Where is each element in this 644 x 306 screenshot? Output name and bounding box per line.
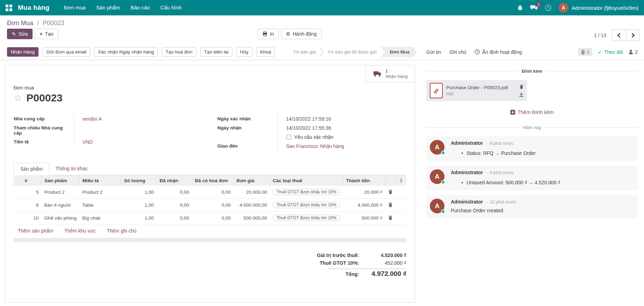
total-label: Tổng: xyxy=(345,271,359,277)
pager-next-button[interactable] xyxy=(626,29,640,41)
attachment-delete-icon[interactable] xyxy=(519,84,524,89)
online-status-dot xyxy=(441,209,445,214)
attachment-download-icon[interactable] xyxy=(519,92,524,97)
header-taxes[interactable]: Các loại thuế xyxy=(270,175,343,186)
ask-confirmation-checkbox[interactable] xyxy=(286,135,291,140)
notebook-tabs: Sản phẩm Thông tin khác xyxy=(14,163,406,175)
header-billed[interactable]: Đã có hoá đơn xyxy=(192,175,233,186)
app-name[interactable]: Mua hàng xyxy=(18,4,49,12)
delete-line-icon[interactable] xyxy=(388,189,393,194)
print-button[interactable]: In xyxy=(258,29,279,39)
add-section-link[interactable]: Thêm khu vực xyxy=(64,228,96,234)
confirm-receipt-date-button[interactable]: Xác nhận Ngày nhận hàng xyxy=(94,47,158,57)
vendor-link[interactable]: vendor A xyxy=(83,116,102,122)
table-row[interactable]: 8 Bàn 4 người Table 1,00 0,00 0,00 4.000… xyxy=(14,199,406,212)
breadcrumb-separator: / xyxy=(37,20,39,27)
attachment-type: PDF xyxy=(446,92,508,96)
followers-button[interactable]: 2 xyxy=(629,49,638,55)
action-button[interactable]: ⚙ Hành động xyxy=(281,29,322,39)
send-by-email-button[interactable]: Gửi Đơn qua email xyxy=(42,47,90,57)
message-body: Purchase Order created xyxy=(451,208,503,213)
chevron-right-icon xyxy=(320,48,323,57)
breadcrumb: Đơn Mua / P00023 xyxy=(0,15,644,29)
deliver-to-link[interactable]: San Francisco: Nhận hàng xyxy=(286,143,344,149)
message-time: - 12 phút trước xyxy=(487,200,516,205)
clock-icon xyxy=(475,49,480,55)
add-product-link[interactable]: Thêm sản phẩm xyxy=(18,228,53,234)
statusbar: Nhận Hàng Gửi Đơn qua email Xác nhận Ngà… xyxy=(0,44,644,60)
user-menu[interactable]: A Administrator (fj6nyue0vi9m) xyxy=(559,3,638,13)
header-seq[interactable]: # xyxy=(22,175,42,186)
edit-button[interactable]: ✎ Sửa xyxy=(7,29,33,39)
order-reference: P00023 xyxy=(26,92,62,104)
header-product[interactable]: Sản phẩm xyxy=(42,175,79,186)
schedule-activity-button[interactable]: Ấn định hoạt động xyxy=(475,49,522,55)
optional-columns-icon[interactable]: ⋮ xyxy=(399,178,404,183)
attachments-counter-button[interactable]: 1 xyxy=(578,48,592,56)
receipt-date-label: Ngày nhận xyxy=(217,123,278,133)
delete-line-icon[interactable] xyxy=(388,202,393,207)
favorite-star-icon[interactable]: ☆ xyxy=(14,93,22,102)
pager-previous-button[interactable] xyxy=(612,29,626,41)
add-note-link[interactable]: Thêm ghi chú xyxy=(107,228,136,234)
messages-icon[interactable]: 2 xyxy=(530,5,538,11)
tab-other-info[interactable]: Thông tin khác xyxy=(49,163,94,175)
deliver-to-label: Giao đến xyxy=(217,142,278,151)
header-quantity[interactable]: Số lượng xyxy=(121,175,157,186)
header-unit-price[interactable]: Đơn giá xyxy=(233,175,270,186)
status-step-rfq-sent[interactable]: Y/c báo giá đã được gửi xyxy=(323,47,381,57)
receive-products-button[interactable]: Nhận Hàng xyxy=(7,47,38,57)
pdf-file-icon xyxy=(430,83,443,98)
send-message-button[interactable]: Gửi tin xyxy=(426,49,441,55)
message-author: Administrator xyxy=(451,170,483,175)
gear-icon: ⚙ xyxy=(286,31,290,37)
right-field-group: Ngày xác nhận 14/10/2022 17:59:16 Ngày n… xyxy=(217,114,397,151)
lock-button[interactable]: Khoá xyxy=(256,47,275,57)
message-author: Administrator xyxy=(451,140,483,146)
header-description[interactable]: Miêu tả xyxy=(79,175,121,186)
table-row[interactable]: 10 Ghế văn phòng Big chair 1,00 0,00 0,0… xyxy=(14,212,406,225)
tax-tag: Thuế GTGT được khấu trừ 10% xyxy=(273,189,340,195)
truck-icon xyxy=(373,70,382,77)
create-bill-button[interactable]: Tạo hoá đơn xyxy=(162,47,196,57)
breadcrumb-current: P00023 xyxy=(43,20,64,27)
apps-menu-icon[interactable] xyxy=(6,5,12,11)
table-row[interactable]: 5 Product 2 Product 2 1,00 0,00 0,00 20.… xyxy=(14,186,406,199)
activities-clock-icon[interactable] xyxy=(545,5,552,11)
confirm-date-value[interactable]: 14/10/2022 17:59:16 xyxy=(286,116,331,122)
create-button[interactable]: + Tạo xyxy=(35,29,58,39)
receipt-date-value[interactable]: 14/10/2022 17:55:36 xyxy=(286,125,331,131)
cancel-button[interactable]: Hủy xyxy=(236,47,252,57)
receipt-count: 1 xyxy=(385,68,408,74)
menu-products[interactable]: Sản phẩm xyxy=(91,0,125,15)
create-receipt-button[interactable]: Tạo biên lai xyxy=(200,47,232,57)
pager-counter: 1 / 13 xyxy=(594,33,606,38)
attachment-card: Purchase Order - P00023.pdf PDF xyxy=(426,80,527,101)
status-step-rfq[interactable]: Y/c báo giá xyxy=(289,47,320,57)
currency-label: Tiền tệ xyxy=(14,137,74,147)
header-subtotal[interactable]: Thành tiền xyxy=(343,175,385,186)
message-avatar: A xyxy=(430,199,444,213)
bullet-icon: • xyxy=(461,180,463,185)
receipt-stat-button[interactable]: 1 Nhận hàng xyxy=(366,65,415,82)
delete-line-icon[interactable] xyxy=(388,215,393,220)
add-attachment-button[interactable]: Thêm Đính kèm xyxy=(426,109,638,115)
menu-reporting[interactable]: Báo cáo xyxy=(125,0,155,15)
follow-button[interactable]: ✓ Theo dõi xyxy=(598,49,623,55)
header-received[interactable]: Đã nhận xyxy=(156,175,192,186)
untaxed-amount-value: 4.520.000 ₫ xyxy=(359,252,406,258)
status-step-purchase-order[interactable]: Đơn Mua xyxy=(381,47,417,57)
paperclip-icon xyxy=(581,50,585,55)
attachment-name[interactable]: Purchase Order - P00023.pdf xyxy=(446,85,508,90)
printer-icon xyxy=(262,31,267,36)
menu-orders[interactable]: Đơn mua xyxy=(58,0,91,15)
menu-configuration[interactable]: Cấu hình xyxy=(155,0,187,15)
debug-bug-icon[interactable] xyxy=(517,5,523,11)
chatter-message: A Administrator - 8 phút trước •Status: … xyxy=(426,136,638,161)
log-note-button[interactable]: Ghi chú xyxy=(449,49,466,55)
breadcrumb-parent[interactable]: Đơn Mua xyxy=(7,20,33,27)
user-avatar: A xyxy=(559,3,568,13)
currency-link[interactable]: VND xyxy=(83,139,93,145)
tab-products[interactable]: Sản phẩm xyxy=(14,163,49,175)
ask-confirmation-label: Yêu cầu xác nhận xyxy=(294,134,334,140)
